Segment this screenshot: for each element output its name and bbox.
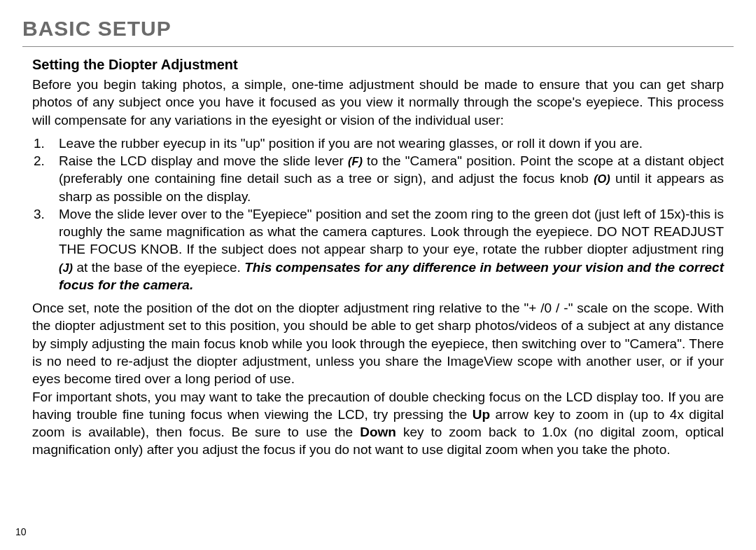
steps-list: 1. Leave the rubber eyecup in its "up" p… — [32, 135, 724, 294]
intro-paragraph: Before you begin taking photos, a simple… — [32, 76, 724, 129]
reference-label: (F) — [348, 155, 363, 167]
list-text-segment: Move the slide lever over to the "Eyepie… — [59, 207, 724, 257]
list-text-segment: Raise the LCD display and move the slide… — [59, 153, 348, 168]
body-paragraph: Once set, note the position of the dot o… — [32, 299, 724, 387]
list-number: 2. — [34, 152, 45, 170]
list-item: 2. Raise the LCD display and move the sl… — [32, 152, 724, 205]
manual-page: BASIC SETUP Setting the Diopter Adjustme… — [0, 0, 756, 550]
list-text: Leave the rubber eyecup in its "up" posi… — [59, 136, 643, 151]
section-rule — [22, 46, 734, 47]
page-number: 10 — [15, 526, 27, 537]
key-name: Down — [360, 425, 396, 439]
body-paragraph: For important shots, you may want to tak… — [32, 388, 724, 459]
chapter-title: BASIC SETUP — [22, 17, 734, 41]
list-item: 3. Move the slide lever over to the "Eye… — [32, 205, 724, 294]
key-name: Up — [472, 407, 490, 422]
list-number: 1. — [34, 135, 45, 152]
list-item: 1. Leave the rubber eyecup in its "up" p… — [32, 135, 724, 152]
content-area: Setting the Diopter Adjustment Before yo… — [22, 57, 734, 459]
section-title: Setting the Diopter Adjustment — [32, 57, 724, 73]
reference-label: (J) — [59, 261, 73, 274]
reference-label: (O) — [594, 172, 610, 185]
list-number: 3. — [34, 205, 45, 223]
list-text-segment: at the base of the eyepiece. — [73, 260, 244, 275]
